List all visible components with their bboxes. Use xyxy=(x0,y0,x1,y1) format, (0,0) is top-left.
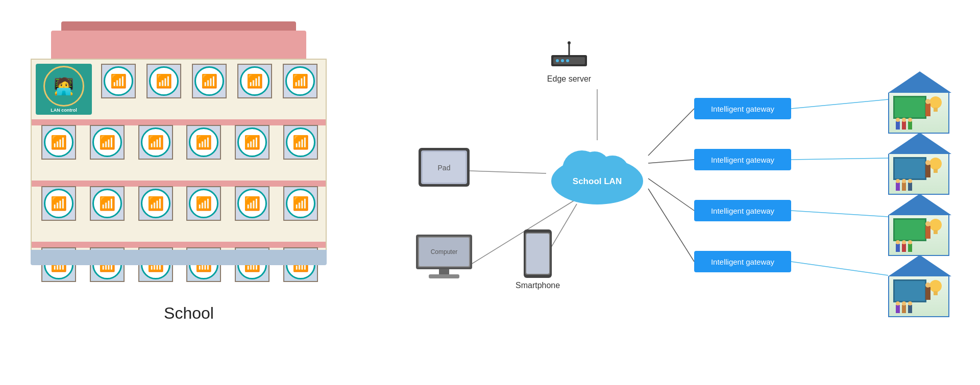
house-roof-4 xyxy=(888,255,951,276)
smartphone-device: Smartphone xyxy=(516,229,560,290)
svg-point-44 xyxy=(896,118,900,122)
wifi-circle: 📶 xyxy=(237,189,267,218)
house-1 xyxy=(888,71,949,134)
classroom-scene-2 xyxy=(889,154,948,194)
win-frame: 📶 xyxy=(283,125,318,160)
window-cell: 📶 xyxy=(229,186,276,221)
classroom-svg-2 xyxy=(891,155,947,193)
computer-device: Computer xyxy=(413,235,475,280)
wifi-icon: 📶 xyxy=(244,136,260,149)
school-section: 🧑‍💻 LAN control 📶 📶 📶 📶 📶 📶 📶 📶 📶 📶 📶 xyxy=(31,31,347,323)
house-body-2 xyxy=(888,154,949,195)
window-cell: 📶 xyxy=(84,125,131,160)
wifi-icon: 📶 xyxy=(156,74,172,88)
window-cell: 📶 xyxy=(277,125,324,160)
svg-rect-27 xyxy=(439,269,449,274)
wifi-circle: 📶 xyxy=(237,127,267,157)
svg-rect-65 xyxy=(925,226,930,239)
svg-line-6 xyxy=(648,178,694,211)
window-cell: 📶 xyxy=(277,186,324,221)
gateway-button-2[interactable]: Intelligent gateway xyxy=(694,149,791,170)
pad-svg: Pad xyxy=(419,148,470,187)
window-cell: 📶 xyxy=(36,186,82,221)
svg-rect-28 xyxy=(429,274,459,278)
house-roof-2 xyxy=(888,133,951,154)
svg-rect-62 xyxy=(895,220,925,240)
win-frame: 📶 xyxy=(41,125,76,160)
svg-point-63 xyxy=(929,219,942,231)
svg-point-15 xyxy=(568,41,571,44)
win-frame: 📶 xyxy=(101,64,136,98)
wifi-circle: 📶 xyxy=(194,66,224,96)
window-cell: 📶 xyxy=(181,125,227,160)
win-frame: 📶 xyxy=(186,186,221,221)
window-cell: 📶 xyxy=(132,186,179,221)
svg-point-42 xyxy=(925,99,930,104)
edge-server-label: Edge server xyxy=(547,74,591,84)
router-svg xyxy=(546,41,592,71)
classroom-svg-4 xyxy=(891,277,947,316)
gateway-button-3[interactable]: Intelligent gateway xyxy=(694,200,791,221)
wifi-circle: 📶 xyxy=(149,66,179,96)
svg-point-56 xyxy=(896,179,900,183)
wifi-circle: 📶 xyxy=(44,127,74,157)
win-frame: 📶 xyxy=(90,186,125,221)
building-base xyxy=(31,250,327,265)
svg-point-82 xyxy=(902,301,906,305)
window-cell: 📶 xyxy=(233,64,276,98)
wifi-circle: 📶 xyxy=(44,189,74,218)
win-frame: 📶 xyxy=(138,186,173,221)
wifi-icon: 📶 xyxy=(292,197,309,210)
wifi-circle: 📶 xyxy=(92,189,122,218)
wifi-icon: 📶 xyxy=(292,74,308,88)
gateway-label-1: Intelligent gateway xyxy=(711,105,774,113)
svg-rect-52 xyxy=(934,169,938,173)
house-2 xyxy=(888,133,949,195)
network-connections-svg xyxy=(347,20,970,377)
wifi-icon: 📶 xyxy=(148,136,164,149)
svg-point-60 xyxy=(908,179,912,183)
svg-rect-31 xyxy=(526,234,549,274)
wifi-icon: 📶 xyxy=(247,74,263,88)
house-roof-3 xyxy=(888,194,951,215)
svg-point-75 xyxy=(929,280,942,292)
wifi-circle: 📶 xyxy=(141,127,170,157)
svg-point-72 xyxy=(908,240,912,244)
floor1-windows: 📶 📶 📶 📶 📶 xyxy=(97,64,322,98)
svg-rect-79 xyxy=(896,305,900,313)
classroom-svg-3 xyxy=(891,216,947,254)
win-frame: 📶 xyxy=(235,125,270,160)
window-cell: 📶 xyxy=(142,64,186,98)
cloud-text: School LAN xyxy=(573,176,622,186)
gateway-label-3: Intelligent gateway xyxy=(711,207,774,215)
svg-point-48 xyxy=(908,118,912,122)
floor3-windows: 📶 📶 📶 📶 📶 📶 xyxy=(36,186,324,221)
svg-rect-47 xyxy=(908,121,912,130)
win-frame: 📶 xyxy=(186,125,221,160)
svg-rect-45 xyxy=(902,121,906,130)
gateway-button-4[interactable]: Intelligent gateway xyxy=(694,251,791,272)
house-shape-2 xyxy=(888,133,949,195)
house-shape-4 xyxy=(888,255,949,317)
house-roof-1 xyxy=(888,71,951,93)
svg-point-39 xyxy=(929,96,942,109)
school-label: School xyxy=(31,304,347,323)
svg-point-46 xyxy=(902,118,906,122)
wifi-circle: 📶 xyxy=(141,189,170,218)
phone-svg xyxy=(524,229,552,278)
gateway-label-2: Intelligent gateway xyxy=(711,156,774,164)
svg-rect-81 xyxy=(902,305,906,313)
wifi-icon: 📶 xyxy=(292,136,309,149)
lan-circle: 🧑‍💻 xyxy=(43,66,84,107)
window-cell: 📶 xyxy=(188,64,231,98)
wifi-icon: 📶 xyxy=(51,136,67,149)
svg-point-80 xyxy=(896,301,900,305)
svg-point-78 xyxy=(925,283,930,288)
gateway-button-1[interactable]: Intelligent gateway xyxy=(694,98,791,119)
lan-control-panel: 🧑‍💻 LAN control xyxy=(36,64,92,115)
svg-point-17 xyxy=(561,59,564,62)
classroom-scene-3 xyxy=(889,215,948,255)
svg-point-51 xyxy=(929,158,942,170)
svg-line-9 xyxy=(791,158,888,160)
wifi-circle: 📶 xyxy=(189,189,218,218)
